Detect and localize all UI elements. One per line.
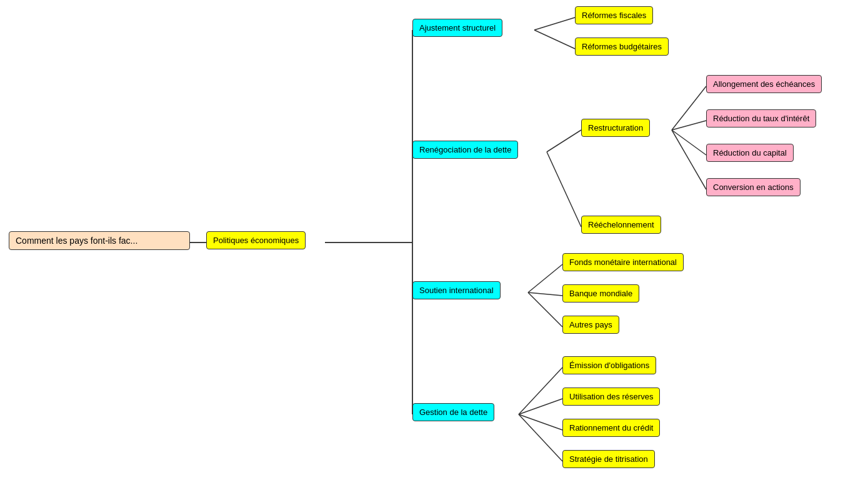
soutien-node: Soutien international (412, 281, 501, 299)
reduction-taux-label: Réduction du taux d'intérêt (713, 114, 809, 123)
reduction-cap-label: Réduction du capital (713, 148, 787, 158)
svg-line-17 (672, 121, 706, 130)
svg-line-12 (534, 30, 575, 49)
reneg-node: Renégociation de la dette (412, 141, 518, 159)
banque-mondiale-node: Banque mondiale (562, 284, 639, 302)
allongement-label: Allongement des échéances (713, 79, 815, 89)
banque-mondiale-label: Banque mondiale (569, 289, 632, 298)
soutien-label: Soutien international (419, 286, 494, 295)
svg-line-27 (519, 414, 562, 430)
autres-pays-label: Autres pays (569, 320, 612, 329)
restructuration-label: Restructuration (588, 123, 643, 132)
pol-eco-label: Politiques économiques (213, 236, 299, 245)
gestion-node: Gestion de la dette (412, 403, 494, 421)
reforms-budg-node: Réformes budgétaires (575, 38, 669, 56)
reforms-fisc-label: Réformes fiscales (582, 11, 646, 20)
pol-eco-node: Politiques économiques (206, 231, 306, 249)
emission-node: Émission d'obligations (562, 356, 656, 374)
reforms-budg-label: Réformes budgétaires (582, 42, 662, 51)
svg-line-14 (547, 130, 581, 152)
titrisation-node: Stratégie de titrisation (562, 450, 655, 468)
svg-line-28 (519, 414, 562, 461)
svg-line-21 (528, 264, 562, 292)
root-node: Comment les pays font-ils fac... (9, 231, 190, 250)
reneg-label: Renégociation de la dette (419, 145, 511, 154)
gestion-label: Gestion de la dette (419, 408, 487, 417)
svg-line-18 (672, 130, 706, 155)
conversion-label: Conversion en actions (713, 182, 794, 192)
ajust-label: Ajustement structurel (419, 23, 496, 32)
ajust-node: Ajustement structurel (412, 19, 502, 37)
reduction-cap-node: Réduction du capital (706, 144, 794, 162)
svg-line-16 (672, 86, 706, 130)
root-label: Comment les pays font-ils fac... (16, 236, 137, 246)
reduction-taux-node: Réduction du taux d'intérêt (706, 109, 816, 128)
restructuration-node: Restructuration (581, 119, 650, 137)
reechelon-label: Rééchelonnement (588, 220, 654, 229)
titrisation-label: Stratégie de titrisation (569, 454, 648, 464)
reechelon-node: Rééchelonnement (581, 216, 661, 234)
fmi-label: Fonds monétaire international (569, 258, 677, 267)
svg-line-25 (519, 368, 562, 414)
svg-line-22 (528, 292, 562, 296)
utilisation-label: Utilisation des réserves (569, 392, 653, 401)
rationnement-node: Rationnement du crédit (562, 419, 660, 437)
rationnement-label: Rationnement du crédit (569, 423, 653, 432)
reforms-fisc-node: Réformes fiscales (575, 6, 653, 24)
emission-label: Émission d'obligations (569, 361, 649, 370)
svg-line-11 (534, 18, 575, 30)
autres-pays-node: Autres pays (562, 316, 619, 334)
conversion-node: Conversion en actions (706, 178, 801, 196)
svg-line-15 (547, 152, 581, 227)
svg-line-23 (528, 292, 562, 327)
fmi-node: Fonds monétaire international (562, 253, 684, 271)
utilisation-node: Utilisation des réserves (562, 388, 660, 406)
svg-line-26 (519, 399, 562, 414)
allongement-node: Allongement des échéances (706, 75, 822, 93)
svg-line-19 (672, 130, 706, 189)
